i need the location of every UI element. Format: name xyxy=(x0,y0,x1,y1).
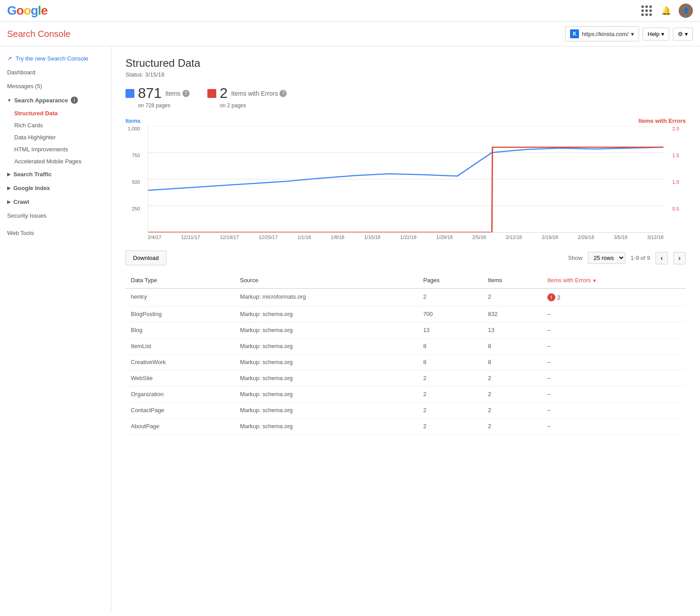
errors-number: 2 xyxy=(220,85,228,101)
cell-source: Markup: schema.org xyxy=(235,370,418,386)
pagination-range: 1-9 of 9 xyxy=(631,255,650,261)
cell-source: Markup: schema.org xyxy=(235,418,418,434)
cell-items: 832 xyxy=(482,306,542,322)
cell-data-type: WebSite xyxy=(125,370,235,386)
top-nav-right: 🔔 👤 xyxy=(639,4,693,18)
stats-row: 871 Items ? on 728 pages 2 Items with Er… xyxy=(125,85,686,109)
col-errors[interactable]: Items with Errors ▼ xyxy=(542,272,686,288)
chart-svg xyxy=(148,126,664,232)
cell-errors: – xyxy=(542,354,686,370)
gear-icon: ⚙ xyxy=(678,31,683,37)
sidebar-item-security[interactable]: Security Issues xyxy=(0,209,111,223)
cell-source: Markup: schema.org xyxy=(235,354,418,370)
chart-area xyxy=(148,126,664,233)
cell-errors: – xyxy=(542,322,686,338)
table-row: hentryMarkup: microformats.org22! 2 xyxy=(125,288,686,306)
cell-pages: 2 xyxy=(418,386,483,402)
page-title: Structured Data xyxy=(125,57,686,69)
cell-errors: ! 2 xyxy=(542,288,686,306)
cell-errors: – xyxy=(542,418,686,434)
help-button[interactable]: Help ▾ xyxy=(643,28,669,41)
sidebar-section-search-appearance[interactable]: ▼ Search Appearance i xyxy=(0,93,111,107)
sidebar-item-data-highlighter[interactable]: Data Highlighter xyxy=(0,131,111,143)
site-selector[interactable]: K https://kinsta.com/ ▾ xyxy=(565,26,639,41)
table-row: OrganizationMarkup: schema.org22– xyxy=(125,386,686,402)
cell-source: Markup: schema.org xyxy=(235,306,418,322)
table-body: hentryMarkup: microformats.org22! 2BlogP… xyxy=(125,288,686,434)
table-row: CreativeWorkMarkup: schema.org88– xyxy=(125,354,686,370)
chart-labels-row: Items Items with Errors xyxy=(125,118,686,124)
items-number: 871 xyxy=(138,85,162,101)
collapse-triangle-icon: ▼ xyxy=(7,98,12,103)
sub-header: Search Console K https://kinsta.com/ ▾ H… xyxy=(0,22,700,46)
errors-help-icon[interactable]: ? xyxy=(279,90,287,97)
sidebar-item-dashboard[interactable]: Dashboard xyxy=(0,65,111,79)
cell-data-type: Organization xyxy=(125,386,235,402)
cell-items: 13 xyxy=(482,322,542,338)
sidebar-section-google-index[interactable]: ▶ Google Index xyxy=(0,181,111,195)
cell-errors: – xyxy=(542,386,686,402)
sidebar-item-accelerated-mobile[interactable]: Accelerated Mobile Pages xyxy=(0,155,111,167)
bell-icon[interactable]: 🔔 xyxy=(659,4,673,18)
cell-items: 2 xyxy=(482,402,542,418)
col-data-type: Data Type xyxy=(125,272,235,288)
expand-triangle-icon-3: ▶ xyxy=(7,199,11,204)
errors-label: Items with Errors ? xyxy=(231,90,287,97)
y-axis-left: 1,000 750 500 250 xyxy=(128,126,140,233)
site-url: https://kinsta.com/ xyxy=(582,31,628,37)
info-icon: i xyxy=(71,97,78,104)
errors-color-box xyxy=(207,89,216,98)
cell-data-type: ContactPage xyxy=(125,402,235,418)
cell-source: Markup: schema.org xyxy=(235,338,418,354)
cell-pages: 700 xyxy=(418,306,483,322)
rows-select[interactable]: 25 rows 10 rows 50 rows xyxy=(588,252,625,264)
sidebar-item-messages[interactable]: Messages (5) xyxy=(0,79,111,93)
sidebar-item-structured-data[interactable]: Structured Data xyxy=(0,107,111,119)
settings-dropdown-icon: ▾ xyxy=(685,31,688,37)
col-source: Source xyxy=(235,272,418,288)
sidebar: ↗ Try the new Search Console Dashboard M… xyxy=(0,46,111,612)
help-dropdown-icon: ▾ xyxy=(661,31,664,37)
sidebar-item-rich-cards[interactable]: Rich Cards xyxy=(0,119,111,131)
cell-data-type: BlogPosting xyxy=(125,306,235,322)
items-help-icon[interactable]: ? xyxy=(182,90,190,97)
table-row: AboutPageMarkup: schema.org22– xyxy=(125,418,686,434)
table-row: ContactPageMarkup: schema.org22– xyxy=(125,402,686,418)
col-pages: Pages xyxy=(418,272,483,288)
cell-data-type: AboutPage xyxy=(125,418,235,434)
page-status: Status: 3/15/18 xyxy=(125,71,686,78)
settings-button[interactable]: ⚙ ▾ xyxy=(673,28,693,41)
site-dropdown-icon: ▾ xyxy=(631,31,634,37)
sidebar-try-new[interactable]: ↗ Try the new Search Console xyxy=(0,52,111,65)
data-table: Data Type Source Pages Items Items with … xyxy=(125,272,686,434)
avatar[interactable]: 👤 xyxy=(679,4,693,18)
cell-pages: 13 xyxy=(418,322,483,338)
cell-items: 8 xyxy=(482,354,542,370)
cell-items: 2 xyxy=(482,288,542,306)
expand-triangle-icon-2: ▶ xyxy=(7,186,11,190)
sidebar-item-web-tools[interactable]: Web Tools xyxy=(0,226,111,240)
table-pagination: Show 25 rows 10 rows 50 rows 1-9 of 9 ‹ … xyxy=(568,252,686,264)
next-page-button[interactable]: › xyxy=(673,252,686,264)
expand-triangle-icon: ▶ xyxy=(7,172,11,177)
cell-source: Markup: schema.org xyxy=(235,322,418,338)
col-items: Items xyxy=(482,272,542,288)
chart-x-labels: 2/4/17 12/11/17 12/18/17 12/25/17 1/1/18… xyxy=(148,235,664,240)
chart-label-errors: Items with Errors xyxy=(639,118,686,124)
download-button[interactable]: Download xyxy=(125,251,166,265)
cell-data-type: hentry xyxy=(125,288,235,306)
prev-page-button[interactable]: ‹ xyxy=(655,252,668,264)
grid-icon[interactable] xyxy=(639,4,654,18)
chart-wrapper: 1,000 750 500 250 xyxy=(148,126,664,233)
cell-source: Markup: schema.org xyxy=(235,386,418,402)
sidebar-section-search-traffic[interactable]: ▶ Search Traffic xyxy=(0,167,111,181)
sub-header-right: K https://kinsta.com/ ▾ Help ▾ ⚙ ▾ xyxy=(565,26,693,41)
table-row: ItemListMarkup: schema.org88– xyxy=(125,338,686,354)
y-axis-right: 2.0 1.5 1.0 0.5 xyxy=(672,126,679,233)
google-logo: Google xyxy=(7,4,47,18)
top-nav: Google 🔔 👤 xyxy=(0,0,700,22)
chart-label-items: Items xyxy=(125,118,141,124)
sidebar-section-crawl[interactable]: ▶ Crawl xyxy=(0,195,111,209)
sidebar-item-html-improvements[interactable]: HTML Improvements xyxy=(0,143,111,155)
chart-container: Items Items with Errors 1,000 750 500 25… xyxy=(125,118,686,240)
